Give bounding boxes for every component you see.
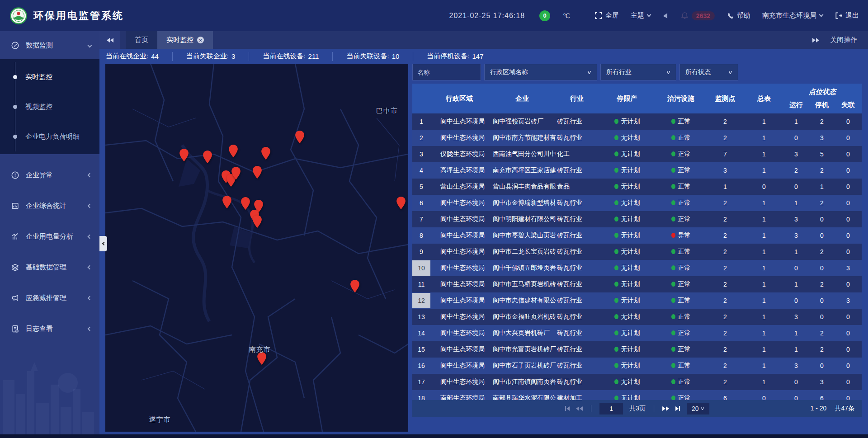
fullscreen-button[interactable]: 全屏 [594, 11, 619, 20]
map-canvas[interactable]: 巴中市南充市遂宁市 [105, 64, 408, 432]
status-dot-icon [671, 363, 675, 368]
page-number-input[interactable] [599, 403, 623, 414]
table-row[interactable]: 15阆中生态环境局阆中市光富页岩机砖厂砖瓦行业无计划正常21120 [412, 341, 862, 358]
sidebar-collapse-handle[interactable] [99, 236, 107, 251]
map-pin[interactable] [396, 196, 406, 210]
table-row[interactable]: 8阆中生态环境局阆中市枣碧大梁山页岩砖瓦行业无计划异常21300 [412, 227, 862, 244]
table-row[interactable]: 5营山生态环境局营山县润丰肉食品有限食品无计划正常10010 [412, 179, 862, 195]
status-dot-icon [671, 217, 675, 221]
table-row[interactable]: 13阆中生态环境局阆中市金福旺页岩机砖砖瓦行业无计划正常21300 [412, 309, 862, 325]
theme-dropdown[interactable]: 主题 [631, 11, 651, 20]
cell-company: 南部县瑞华水泥有限公 [488, 394, 556, 400]
cell-company: 阆中市南方节能建材有 [488, 134, 556, 142]
cell-row-number: 10 [412, 260, 430, 276]
cell-running: 0 [783, 378, 809, 386]
cell-total-meters: 1 [745, 118, 783, 125]
map-pin[interactable] [252, 165, 262, 179]
sidebar-item-company-statistics[interactable]: 企业综合统计 [0, 190, 99, 221]
table-row[interactable]: 1阆中生态环境局阆中强锐页岩砖厂砖瓦行业无计划正常21120 [412, 113, 862, 130]
tab-home[interactable]: 首页 [126, 31, 157, 49]
cell-production-status: 无计划 [598, 280, 656, 288]
cell-monitor-points: 2 [705, 232, 745, 239]
map-pin[interactable] [241, 197, 251, 210]
chart-bars-icon [11, 232, 19, 241]
status-filter-select[interactable]: 所有状态 ∨ [679, 64, 738, 80]
cell-monitor-points: 1 [705, 183, 745, 190]
help-button[interactable]: 帮助 [726, 11, 750, 20]
table-row[interactable]: 10阆中生态环境局阆中千佛镇五郎垭页岩砖瓦行业无计划正常21003 [412, 260, 862, 276]
status-dot-icon [671, 135, 675, 140]
notifications-button[interactable]: 2632 [681, 11, 715, 20]
sidebar-item-video-monitoring[interactable]: 视频监控 [15, 92, 99, 122]
sidebar-item-power-load-detail[interactable]: 企业电力负荷明细 [15, 122, 99, 151]
prev-page-button[interactable] [576, 406, 583, 411]
table-row[interactable]: 17阆中生态环境局阆中市江南镇阆南页岩砖瓦行业无计划正常21030 [412, 374, 862, 390]
map-pin[interactable] [350, 279, 360, 293]
cell-offline: 0 [835, 378, 862, 386]
map-pin[interactable] [231, 166, 241, 180]
cell-row-number: 4 [412, 164, 430, 177]
table-row[interactable]: 12阆中生态环境局阆中市忠信建材有限公砖瓦行业无计划正常21003 [412, 292, 862, 309]
table-row[interactable]: 14阆中生态环境局阆中大兴页岩机砖厂砖瓦行业无计划正常21120 [412, 325, 862, 341]
map-pin[interactable] [179, 148, 189, 162]
map-city-label: 巴中市 [376, 107, 398, 115]
chevron-left-icon [88, 265, 92, 269]
col-group-point-status: 点位状态 [783, 84, 862, 96]
sidebar-item-power-analysis[interactable]: 企业用电量分析 [0, 221, 99, 252]
sidebar-item-company-abnormal[interactable]: 企业异常 [0, 160, 99, 190]
tab-realtime-monitoring[interactable]: 实时监控 × [157, 31, 213, 49]
table-row[interactable]: 6阆中生态环境局阆中市金博瑞新型墙材砖瓦行业无计划正常21120 [412, 195, 862, 211]
mute-button[interactable] [662, 12, 669, 19]
app-logo-icon [10, 7, 27, 24]
last-page-button[interactable] [675, 406, 680, 411]
status-dot-icon [614, 314, 618, 319]
tab-close-icon[interactable]: × [197, 37, 204, 43]
user-dropdown[interactable]: 南充市生态环境局 [762, 11, 823, 20]
cell-offline: 3 [835, 264, 862, 272]
cell-offline: 0 [835, 199, 862, 207]
cell-offline: 0 [835, 346, 862, 353]
col-company: 企业 [488, 84, 556, 113]
sidebar-item-basic-data[interactable]: 基础数据管理 [0, 252, 99, 283]
page-size-select[interactable]: 20 ∨ [687, 403, 709, 414]
map-pin[interactable] [252, 215, 262, 228]
cell-total-meters: 1 [745, 281, 783, 288]
sidebar-item-emergency-reduction[interactable]: 应急减排管理 [0, 283, 99, 313]
map-pin[interactable] [295, 130, 305, 144]
map-pin[interactable] [257, 352, 267, 365]
close-operations-button[interactable]: 关闭操作 [830, 36, 857, 44]
table-row[interactable]: 3仪陇生态环境局西南油气田分公司川中化工无计划正常71350 [412, 146, 862, 162]
table-row[interactable]: 2阆中生态环境局阆中市南方节能建材有砖瓦行业无计划正常21030 [412, 130, 862, 146]
map-pin[interactable] [203, 150, 213, 164]
first-page-button[interactable] [565, 406, 570, 411]
cell-row-number: 13 [412, 310, 430, 324]
cell-stopped: 3 [809, 378, 835, 386]
map-pin[interactable] [261, 146, 271, 160]
cell-total-meters: 1 [745, 330, 783, 337]
cell-production-status: 无计划 [598, 150, 656, 158]
table-row[interactable]: 18南部生态环境局南部县瑞华水泥有限公建材加工无计划正常60060 [412, 390, 862, 400]
name-filter-input[interactable] [412, 64, 481, 80]
log-document-icon [11, 325, 19, 333]
industry-filter-select[interactable]: 所有行业 ∨ [600, 64, 676, 80]
table-row[interactable]: 16阆中生态环境局阆中市石子页岩机砖厂砖瓦行业无计划正常21300 [412, 358, 862, 374]
cell-running: 0 [783, 297, 809, 304]
sidebar-item-realtime-monitoring[interactable]: 实时监控 [15, 62, 99, 92]
cell-running: 1 [783, 281, 809, 288]
table-row[interactable]: 4高坪生态环境局南充市高坪区王家店建砖瓦行业无计划正常31220 [412, 162, 862, 179]
table-row[interactable]: 7阆中生态环境局阆中明阳建材有限公司砖瓦行业无计划正常21300 [412, 211, 862, 227]
tabs-scroll-left-button[interactable] [99, 31, 120, 49]
sidebar-item-data-monitoring[interactable]: 数据监测 [0, 31, 99, 59]
tabs-scroll-right-button[interactable] [812, 38, 819, 42]
region-filter-select[interactable]: 行政区域名称 ∨ [484, 64, 597, 80]
map-pin[interactable] [228, 144, 238, 158]
cell-running: 0 [783, 134, 809, 141]
table-row[interactable]: 9阆中生态环境局阆中市二龙长宝页岩砖砖瓦行业无计划正常21120 [412, 244, 862, 260]
cell-running: 1 [783, 118, 809, 125]
map-pin[interactable] [222, 195, 232, 209]
cell-region: 阆中生态环境局 [430, 134, 488, 142]
next-page-button[interactable] [662, 406, 669, 411]
logout-button[interactable]: 退出 [835, 11, 859, 20]
bullet-dot-icon [13, 75, 17, 79]
table-row[interactable]: 11阆中生态环境局阆中市五马桥页岩机砖砖瓦行业无计划正常21120 [412, 276, 862, 292]
